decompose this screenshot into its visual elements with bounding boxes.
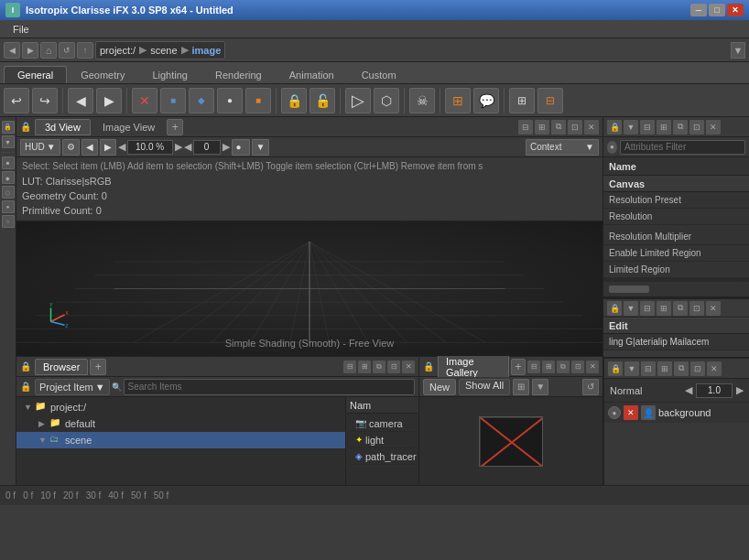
left-panel-btn5[interactable]: ⬡ bbox=[2, 186, 15, 199]
normal-arrow-right[interactable]: ▶ bbox=[736, 384, 744, 396]
gallery-ctrl-close[interactable]: ✕ bbox=[586, 361, 599, 373]
attr2-lock-btn[interactable]: 🔒 bbox=[607, 301, 622, 316]
box3-button[interactable]: ● bbox=[217, 88, 243, 113]
item-light[interactable]: ✦ light bbox=[350, 432, 415, 448]
tab-lighting[interactable]: Lighting bbox=[138, 66, 201, 83]
canvas-section-header[interactable]: Canvas bbox=[603, 176, 749, 192]
search-input[interactable] bbox=[124, 379, 415, 395]
gallery-tab-add[interactable]: + bbox=[511, 359, 526, 375]
br-ctrl2[interactable]: ⊟ bbox=[641, 361, 656, 376]
gallery-ctrl3[interactable]: ⧉ bbox=[557, 361, 570, 373]
item-camera[interactable]: 📷 camera bbox=[350, 415, 415, 432]
browser-ctrl2[interactable]: ⊞ bbox=[358, 361, 371, 373]
tab-custom[interactable]: Custom bbox=[348, 66, 410, 83]
gallery-view-dropdown[interactable]: ▼ bbox=[532, 379, 548, 395]
nav-fwd-button[interactable]: ▶ bbox=[96, 88, 122, 113]
split-button[interactable]: ⊟ bbox=[537, 88, 563, 113]
view-tab-add[interactable]: + bbox=[167, 119, 183, 135]
browser-ctrl3[interactable]: ⧉ bbox=[373, 361, 385, 373]
view-ctrl3[interactable]: ⧉ bbox=[551, 120, 566, 135]
br-ctrl3[interactable]: ⊞ bbox=[657, 361, 672, 376]
tab-general[interactable]: General bbox=[4, 66, 67, 83]
grid-button[interactable]: ⊞ bbox=[509, 88, 535, 113]
stop-button[interactable]: ✕ bbox=[132, 88, 157, 113]
home-button[interactable]: ⌂ bbox=[40, 42, 57, 59]
tree-item-scene[interactable]: ▼ 🗂 scene bbox=[16, 432, 345, 448]
attr-ctrl3[interactable]: ⊞ bbox=[657, 120, 671, 135]
toolbar-btn2[interactable]: ▶ bbox=[100, 139, 116, 156]
lock-button[interactable]: 🔒 bbox=[281, 88, 307, 113]
render-btn[interactable]: ● bbox=[232, 139, 250, 156]
tab-browser[interactable]: Browser bbox=[35, 359, 88, 375]
breadcrumb-scene[interactable]: scene bbox=[150, 45, 177, 56]
redo-button[interactable]: ↪ bbox=[32, 88, 58, 113]
frame-input[interactable]: 0 bbox=[193, 140, 221, 155]
normal-value-input[interactable]: 1.0 bbox=[696, 383, 733, 398]
hud-button[interactable]: HUD ▼ bbox=[20, 139, 60, 156]
box4-button[interactable]: ■ bbox=[245, 88, 271, 113]
attr-lock-btn[interactable]: 🔒 bbox=[607, 120, 622, 135]
left-panel-btn3[interactable]: ■ bbox=[2, 156, 15, 169]
box2-button[interactable]: ◆ bbox=[189, 88, 214, 113]
gallery-ctrl4[interactable]: ⊡ bbox=[571, 361, 584, 373]
attr-slider[interactable] bbox=[609, 285, 744, 293]
attr-ctrl5[interactable]: ⊡ bbox=[689, 120, 704, 135]
refresh-button[interactable]: ↺ bbox=[59, 42, 75, 59]
context-dropdown[interactable]: Context ▼ bbox=[526, 139, 599, 156]
attr-ctrl1[interactable]: ▼ bbox=[624, 120, 638, 135]
left-panel-btn1[interactable]: 🔒 bbox=[2, 121, 15, 134]
item-path-tracer[interactable]: ◈ path_tracer bbox=[350, 448, 415, 465]
gallery-view-toggle[interactable]: ⊞ bbox=[513, 379, 529, 395]
toolbar-btn1[interactable]: ◀ bbox=[81, 139, 98, 156]
browser-ctrl-close[interactable]: ✕ bbox=[402, 361, 415, 373]
options-button[interactable]: ⚙ bbox=[62, 139, 80, 156]
archive-button[interactable]: ⊞ bbox=[445, 88, 471, 113]
attr2-ctrl2[interactable]: ⊟ bbox=[640, 301, 655, 316]
zoom-arrow-right[interactable]: ▶ bbox=[175, 141, 182, 153]
gallery-show-all-button[interactable]: Show All bbox=[459, 379, 510, 395]
br-lock-btn[interactable]: 🔒 bbox=[608, 361, 623, 376]
browser-ctrl1[interactable]: ⊟ bbox=[343, 361, 356, 373]
br-ctrl1[interactable]: ▼ bbox=[624, 361, 639, 376]
attr2-ctrl3[interactable]: ⊞ bbox=[657, 301, 671, 316]
chat-button[interactable]: 💬 bbox=[473, 88, 499, 113]
box1-button[interactable]: ■ bbox=[160, 88, 186, 113]
attr-ctrl4[interactable]: ⧉ bbox=[673, 120, 688, 135]
browser-title-dropdown[interactable]: Project Item ▼ bbox=[35, 379, 110, 395]
attr-dot-btn[interactable]: ● bbox=[607, 141, 617, 154]
bg-x-icon[interactable]: ✕ bbox=[624, 405, 638, 420]
zoom-arrow-left[interactable]: ◀ bbox=[118, 141, 125, 153]
gallery-thumbnail[interactable] bbox=[479, 416, 543, 467]
br-ctrl5[interactable]: ⊡ bbox=[690, 361, 705, 376]
frame-arrow-right[interactable]: ▶ bbox=[223, 141, 230, 153]
back-button[interactable]: ◀ bbox=[4, 42, 20, 59]
maximize-button[interactable]: □ bbox=[709, 4, 725, 16]
skull-button[interactable]: ☠ bbox=[409, 88, 435, 113]
left-panel-btn7[interactable]: ○ bbox=[2, 215, 15, 228]
breadcrumb-project[interactable]: project:/ bbox=[100, 45, 136, 56]
tab-rendering[interactable]: Rendering bbox=[201, 66, 276, 83]
browser-tab-add[interactable]: + bbox=[90, 359, 106, 375]
forward-button[interactable]: ▶ bbox=[22, 42, 38, 59]
edit-section-header[interactable]: Edit bbox=[603, 318, 749, 334]
attr2-ctrl5[interactable]: ⊡ bbox=[689, 301, 704, 316]
normal-arrow-left[interactable]: ◀ bbox=[685, 384, 692, 396]
view-ctrl2[interactable]: ⊞ bbox=[535, 120, 549, 135]
minimize-button[interactable]: ─ bbox=[690, 4, 707, 16]
tab-image-gallery[interactable]: Image Gallery bbox=[438, 353, 509, 381]
unlock-button[interactable]: 🔓 bbox=[309, 88, 335, 113]
br-ctrl4[interactable]: ⧉ bbox=[674, 361, 689, 376]
attr2-ctrl-close[interactable]: ✕ bbox=[706, 301, 721, 316]
tab-geometry[interactable]: Geometry bbox=[67, 66, 138, 83]
tree-item-project[interactable]: ▼ 📁 project:/ bbox=[16, 399, 345, 415]
tree-item-default[interactable]: ▶ 📁 default bbox=[16, 415, 345, 432]
breadcrumb-dropdown[interactable]: ▼ bbox=[731, 42, 745, 59]
attr-ctrl-close[interactable]: ✕ bbox=[706, 120, 721, 135]
view-ctrl1[interactable]: ⊟ bbox=[518, 120, 533, 135]
breadcrumb-image[interactable]: image bbox=[192, 45, 222, 56]
attr2-ctrl1[interactable]: ▼ bbox=[624, 301, 638, 316]
nav-back-button[interactable]: ◀ bbox=[68, 88, 93, 113]
br-ctrl-close[interactable]: ✕ bbox=[707, 361, 722, 376]
view-ctrl4[interactable]: ⊡ bbox=[568, 120, 582, 135]
render-dropdown[interactable]: ▼ bbox=[252, 139, 270, 156]
